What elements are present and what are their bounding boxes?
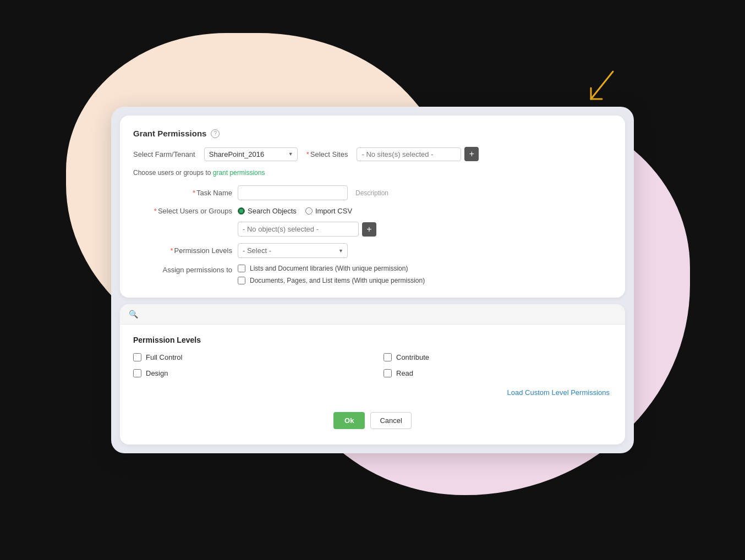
object-search-input[interactable] [238, 222, 359, 237]
add-object-button[interactable]: + [362, 222, 376, 237]
perm-full-control-checkbox[interactable] [133, 353, 141, 361]
search-objects-radio[interactable] [238, 207, 245, 215]
assign-option1-label: Lists and Document libraries (With uniqu… [250, 265, 408, 272]
assign-option2-label: Documents, Pages, and List items (With u… [250, 277, 425, 284]
perm-contribute-label: Contribute [396, 353, 429, 361]
permission-levels-select[interactable]: - Select - [238, 243, 348, 258]
ok-button[interactable]: Ok [333, 412, 365, 429]
permission-levels-row: *Permission Levels - Select - [144, 243, 612, 258]
load-custom-link[interactable]: Load Custom Level Permissions [507, 388, 610, 397]
assign-option2-checkbox[interactable] [238, 277, 245, 284]
grant-permissions-header: Grant Permissions ? [133, 129, 612, 138]
assign-checkboxes-col: Lists and Document libraries (With uniqu… [238, 265, 425, 284]
search-method-radio-group: Search Objects Import CSV [238, 207, 352, 215]
task-name-label: *Task Name [144, 189, 232, 197]
permission-levels-body: Permission Levels Full Control Contribut… [120, 325, 625, 444]
fields-section: *Task Name Description *Select Users or … [133, 185, 612, 284]
assign-permissions-row: Assign permissions to Lists and Document… [144, 265, 612, 284]
load-custom-link-container: Load Custom Level Permissions [133, 388, 612, 397]
grant-permissions-card: Grant Permissions ? Select Farm/Tenant S… [120, 116, 625, 298]
search-icon: 🔍 [129, 310, 138, 319]
perm-read-label: Read [396, 369, 413, 377]
farm-tenant-select[interactable]: SharePoint_2016 [204, 147, 298, 161]
permission-search-bar: 🔍 [120, 304, 625, 325]
perm-design-item: Design [133, 369, 361, 377]
object-search-row: + [144, 222, 612, 237]
grant-note-highlight: grant permissions [213, 169, 265, 177]
assign-option2-row: Documents, Pages, and List items (With u… [238, 277, 425, 284]
task-name-row: *Task Name Description [144, 185, 612, 200]
farm-tenant-select-wrapper: SharePoint_2016 [204, 147, 298, 161]
description-label: Description [355, 189, 388, 197]
perm-design-label: Design [146, 369, 168, 377]
assign-permissions-label: Assign permissions to [144, 265, 232, 274]
farm-tenant-label: Select Farm/Tenant [133, 150, 195, 158]
perm-read-item: Read [384, 369, 612, 377]
perm-contribute-item: Contribute [384, 353, 612, 361]
sites-input-group: + [357, 147, 479, 161]
perm-full-control-label: Full Control [146, 353, 182, 361]
perm-design-checkbox[interactable] [133, 369, 141, 377]
perm-full-control-item: Full Control [133, 353, 361, 361]
grant-permissions-title: Grant Permissions [133, 129, 206, 138]
select-users-row: *Select Users or Groups Search Objects I… [144, 207, 612, 215]
arrow-decoration [580, 66, 624, 112]
perm-read-checkbox[interactable] [384, 369, 392, 377]
permission-levels-panel: 🔍 Permission Levels Full Control Contrib… [120, 304, 625, 444]
add-sites-button[interactable]: + [464, 147, 479, 161]
task-name-input[interactable] [238, 185, 348, 200]
permission-levels-select-wrapper: - Select - [238, 243, 348, 258]
import-csv-option[interactable]: Import CSV [305, 207, 352, 215]
cancel-button[interactable]: Cancel [370, 412, 411, 429]
sites-input[interactable] [357, 147, 461, 161]
assign-option1-row: Lists and Document libraries (With uniqu… [238, 265, 425, 272]
farm-sites-row: Select Farm/Tenant SharePoint_2016 *Sele… [133, 147, 612, 161]
main-container: Grant Permissions ? Select Farm/Tenant S… [111, 107, 634, 453]
sites-label: *Select Sites [306, 150, 348, 158]
sites-required-star: * [306, 150, 309, 158]
permission-levels-label: *Permission Levels [144, 246, 232, 255]
import-csv-radio[interactable] [305, 207, 313, 215]
action-buttons: Ok Cancel [133, 408, 612, 433]
import-csv-label: Import CSV [315, 207, 352, 215]
perm-contribute-checkbox[interactable] [384, 353, 392, 361]
search-objects-label: Search Objects [248, 207, 297, 215]
object-input-group: + [238, 222, 376, 237]
svg-line-0 [591, 72, 613, 99]
search-objects-option[interactable]: Search Objects [238, 207, 297, 215]
assign-option1-checkbox[interactable] [238, 265, 245, 272]
grant-note: Choose users or groups to grant permissi… [133, 169, 612, 177]
help-icon[interactable]: ? [211, 129, 220, 138]
permission-levels-panel-title: Permission Levels [133, 336, 612, 344]
permission-search-input[interactable] [143, 310, 616, 319]
select-users-label: *Select Users or Groups [144, 207, 232, 215]
permission-checkboxes-grid: Full Control Contribute Design Read [133, 353, 612, 377]
